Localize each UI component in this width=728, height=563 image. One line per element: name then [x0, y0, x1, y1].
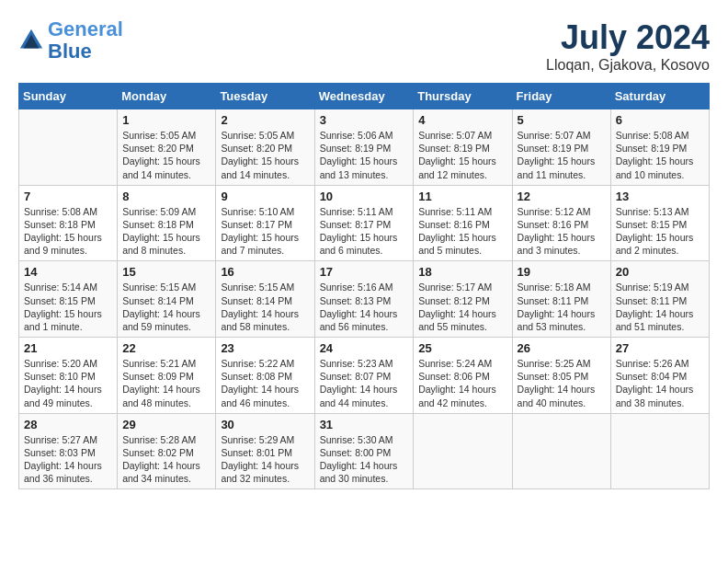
day-number: 22 — [122, 341, 210, 355]
weekday-header-friday: Friday — [512, 84, 610, 109]
calendar-cell: 1Sunrise: 5:05 AM Sunset: 8:20 PM Daylig… — [118, 109, 216, 186]
calendar-cell: 6Sunrise: 5:08 AM Sunset: 8:19 PM Daylig… — [610, 109, 709, 186]
cell-info: Sunrise: 5:11 AM Sunset: 8:16 PM Dayligh… — [418, 205, 506, 258]
cell-info: Sunrise: 5:16 AM Sunset: 8:13 PM Dayligh… — [320, 281, 409, 333]
day-number: 8 — [122, 190, 210, 203]
day-number: 28 — [24, 418, 112, 431]
cell-info: Sunrise: 5:05 AM Sunset: 8:20 PM Dayligh… — [122, 129, 210, 181]
location: Lloqan, Gjakova, Kosovo — [546, 57, 710, 74]
day-number: 2 — [221, 113, 309, 127]
calendar-cell: 9Sunrise: 5:10 AM Sunset: 8:17 PM Daylig… — [216, 185, 314, 261]
day-number: 5 — [518, 113, 606, 127]
calendar-cell: 8Sunrise: 5:09 AM Sunset: 8:18 PM Daylig… — [118, 185, 216, 261]
day-number: 6 — [616, 113, 704, 127]
cell-info: Sunrise: 5:19 AM Sunset: 8:11 PM Dayligh… — [616, 281, 704, 333]
cell-info: Sunrise: 5:30 AM Sunset: 8:00 PM Dayligh… — [320, 433, 409, 486]
calendar-header: SundayMondayTuesdayWednesdayThursdayFrid… — [19, 84, 710, 109]
logo-icon — [18, 28, 44, 53]
calendar-cell: 12Sunrise: 5:12 AM Sunset: 8:16 PM Dayli… — [512, 185, 610, 261]
cell-info: Sunrise: 5:23 AM Sunset: 8:07 PM Dayligh… — [320, 357, 409, 409]
calendar-cell: 25Sunrise: 5:24 AM Sunset: 8:06 PM Dayli… — [414, 338, 512, 414]
day-number: 29 — [122, 418, 210, 431]
calendar-cell: 4Sunrise: 5:07 AM Sunset: 8:19 PM Daylig… — [414, 109, 512, 186]
cell-info: Sunrise: 5:06 AM Sunset: 8:19 PM Dayligh… — [320, 129, 409, 181]
cell-info: Sunrise: 5:08 AM Sunset: 8:18 PM Dayligh… — [24, 205, 112, 258]
day-number: 1 — [122, 113, 210, 127]
calendar-table: SundayMondayTuesdayWednesdayThursdayFrid… — [18, 83, 710, 489]
calendar-cell: 5Sunrise: 5:07 AM Sunset: 8:19 PM Daylig… — [512, 109, 610, 186]
cell-info: Sunrise: 5:15 AM Sunset: 8:14 PM Dayligh… — [122, 281, 210, 333]
day-number: 15 — [122, 265, 210, 279]
calendar-week-row: 28Sunrise: 5:27 AM Sunset: 8:03 PM Dayli… — [19, 413, 710, 489]
calendar-cell: 13Sunrise: 5:13 AM Sunset: 8:15 PM Dayli… — [610, 185, 709, 261]
calendar-cell: 23Sunrise: 5:22 AM Sunset: 8:08 PM Dayli… — [216, 338, 314, 414]
day-number: 23 — [221, 341, 309, 355]
cell-info: Sunrise: 5:18 AM Sunset: 8:11 PM Dayligh… — [518, 281, 606, 333]
cell-info: Sunrise: 5:11 AM Sunset: 8:17 PM Dayligh… — [320, 205, 409, 258]
cell-info: Sunrise: 5:21 AM Sunset: 8:09 PM Dayligh… — [122, 357, 210, 409]
calendar-cell — [19, 109, 118, 186]
calendar-cell: 27Sunrise: 5:26 AM Sunset: 8:04 PM Dayli… — [610, 338, 709, 414]
weekday-header-thursday: Thursday — [414, 84, 512, 109]
day-number: 7 — [24, 190, 112, 203]
calendar-week-row: 21Sunrise: 5:20 AM Sunset: 8:10 PM Dayli… — [19, 338, 710, 414]
day-number: 12 — [518, 190, 606, 203]
weekday-header-row: SundayMondayTuesdayWednesdayThursdayFrid… — [19, 84, 710, 109]
day-number: 30 — [221, 418, 309, 431]
cell-info: Sunrise: 5:07 AM Sunset: 8:19 PM Dayligh… — [518, 129, 606, 181]
logo-text: General Blue — [48, 18, 123, 63]
calendar-cell: 29Sunrise: 5:28 AM Sunset: 8:02 PM Dayli… — [118, 413, 216, 489]
day-number: 16 — [221, 265, 309, 279]
calendar-cell: 7Sunrise: 5:08 AM Sunset: 8:18 PM Daylig… — [19, 185, 118, 261]
day-number: 13 — [616, 190, 704, 203]
calendar-cell: 19Sunrise: 5:18 AM Sunset: 8:11 PM Dayli… — [512, 261, 610, 338]
logo: General Blue — [18, 18, 123, 63]
calendar-cell: 16Sunrise: 5:15 AM Sunset: 8:14 PM Dayli… — [216, 261, 314, 338]
day-number: 3 — [320, 113, 409, 127]
calendar-cell: 2Sunrise: 5:05 AM Sunset: 8:20 PM Daylig… — [216, 109, 314, 186]
calendar-cell: 28Sunrise: 5:27 AM Sunset: 8:03 PM Dayli… — [19, 413, 118, 489]
calendar-cell: 10Sunrise: 5:11 AM Sunset: 8:17 PM Dayli… — [314, 185, 414, 261]
calendar-cell — [512, 413, 610, 489]
calendar-week-row: 1Sunrise: 5:05 AM Sunset: 8:20 PM Daylig… — [19, 109, 710, 186]
title-block: July 2024 Lloqan, Gjakova, Kosovo — [546, 18, 710, 74]
day-number: 25 — [418, 341, 506, 355]
calendar-cell — [414, 413, 512, 489]
month-title: July 2024 — [546, 18, 710, 57]
calendar-cell: 30Sunrise: 5:29 AM Sunset: 8:01 PM Dayli… — [216, 413, 314, 489]
day-number: 14 — [24, 265, 112, 279]
cell-info: Sunrise: 5:29 AM Sunset: 8:01 PM Dayligh… — [221, 433, 309, 486]
day-number: 31 — [320, 418, 409, 431]
calendar-cell: 3Sunrise: 5:06 AM Sunset: 8:19 PM Daylig… — [314, 109, 414, 186]
cell-info: Sunrise: 5:28 AM Sunset: 8:02 PM Dayligh… — [122, 433, 210, 486]
calendar-cell: 11Sunrise: 5:11 AM Sunset: 8:16 PM Dayli… — [414, 185, 512, 261]
day-number: 20 — [616, 265, 704, 279]
weekday-header-wednesday: Wednesday — [314, 84, 414, 109]
weekday-header-monday: Monday — [118, 84, 216, 109]
calendar-cell: 22Sunrise: 5:21 AM Sunset: 8:09 PM Dayli… — [118, 338, 216, 414]
day-number: 17 — [320, 265, 409, 279]
calendar-cell: 24Sunrise: 5:23 AM Sunset: 8:07 PM Dayli… — [314, 338, 414, 414]
day-number: 9 — [221, 190, 309, 203]
cell-info: Sunrise: 5:17 AM Sunset: 8:12 PM Dayligh… — [418, 281, 506, 333]
calendar-week-row: 7Sunrise: 5:08 AM Sunset: 8:18 PM Daylig… — [19, 185, 710, 261]
cell-info: Sunrise: 5:27 AM Sunset: 8:03 PM Dayligh… — [24, 433, 112, 486]
cell-info: Sunrise: 5:24 AM Sunset: 8:06 PM Dayligh… — [418, 357, 506, 409]
calendar-week-row: 14Sunrise: 5:14 AM Sunset: 8:15 PM Dayli… — [19, 261, 710, 338]
cell-info: Sunrise: 5:26 AM Sunset: 8:04 PM Dayligh… — [616, 357, 704, 409]
calendar-cell: 20Sunrise: 5:19 AM Sunset: 8:11 PM Dayli… — [610, 261, 709, 338]
calendar-cell: 14Sunrise: 5:14 AM Sunset: 8:15 PM Dayli… — [19, 261, 118, 338]
day-number: 11 — [418, 190, 506, 203]
cell-info: Sunrise: 5:20 AM Sunset: 8:10 PM Dayligh… — [24, 357, 112, 409]
calendar-cell: 31Sunrise: 5:30 AM Sunset: 8:00 PM Dayli… — [314, 413, 414, 489]
weekday-header-sunday: Sunday — [19, 84, 118, 109]
calendar-cell: 26Sunrise: 5:25 AM Sunset: 8:05 PM Dayli… — [512, 338, 610, 414]
cell-info: Sunrise: 5:09 AM Sunset: 8:18 PM Dayligh… — [122, 205, 210, 258]
page-header: General Blue July 2024 Lloqan, Gjakova, … — [18, 18, 710, 74]
day-number: 26 — [518, 341, 606, 355]
calendar-cell: 18Sunrise: 5:17 AM Sunset: 8:12 PM Dayli… — [414, 261, 512, 338]
day-number: 10 — [320, 190, 409, 203]
day-number: 24 — [320, 341, 409, 355]
cell-info: Sunrise: 5:13 AM Sunset: 8:15 PM Dayligh… — [616, 205, 704, 258]
calendar-cell: 15Sunrise: 5:15 AM Sunset: 8:14 PM Dayli… — [118, 261, 216, 338]
